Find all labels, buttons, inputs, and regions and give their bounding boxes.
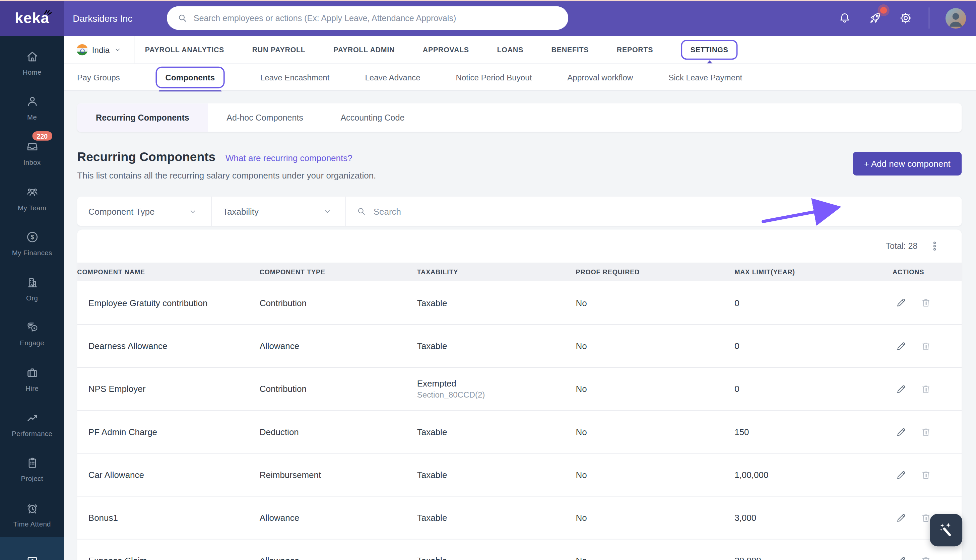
chevron-down-icon: [114, 46, 121, 53]
hire-icon: [25, 365, 40, 380]
nav-item-settings[interactable]: SETTINGS: [681, 40, 738, 60]
rocket-icon[interactable]: [868, 11, 883, 26]
component-type: Contribution: [260, 384, 417, 394]
taxability: Taxable: [417, 556, 576, 560]
taxability: Taxable: [417, 470, 576, 480]
delete-icon[interactable]: [920, 469, 932, 481]
column-actions: ACTIONS: [893, 268, 962, 276]
edit-icon[interactable]: [895, 469, 907, 481]
sidebar-item-label: Me: [27, 113, 37, 121]
tab-ad-hoc-components[interactable]: Ad-hoc Components: [208, 103, 322, 132]
tab-recurring-components[interactable]: Recurring Components: [77, 103, 208, 132]
component-type: Allowance: [260, 556, 417, 560]
nav-item-reports[interactable]: REPORTS: [617, 41, 653, 58]
delete-icon[interactable]: [920, 297, 932, 308]
settings-subnav: Pay GroupsComponentsLeave EncashmentLeav…: [64, 63, 976, 91]
edit-icon[interactable]: [895, 426, 907, 438]
payroll-icon: [25, 554, 40, 560]
nav-item-approvals[interactable]: APPROVALS: [423, 41, 469, 58]
subnav-item-leave-encashment[interactable]: Leave Encashment: [260, 68, 330, 87]
gear-icon[interactable]: [899, 11, 913, 25]
row-actions: [893, 297, 962, 308]
page-heading: Recurring ComponentsWhat are recurring c…: [64, 132, 976, 197]
total-count: Total: 28: [886, 242, 918, 251]
table-row-pf-admin-charge: PF Admin Charge Deduction Taxable No 150: [77, 410, 962, 453]
keka-logo[interactable]: keka: [0, 0, 64, 36]
global-search-input[interactable]: [194, 13, 559, 23]
taxability-filter-label: Taxability: [223, 206, 259, 217]
component-name: Dearness Allowance: [77, 341, 259, 351]
delete-icon[interactable]: [920, 555, 932, 560]
sidebar-item-label: My Team: [18, 204, 46, 211]
table-body: Employee Gratuity contribution Contribut…: [77, 281, 962, 560]
kebab-menu-icon[interactable]: [928, 239, 942, 253]
sidebar-item-home[interactable]: Home: [0, 40, 64, 85]
sidebar-item-payroll[interactable]: [0, 537, 64, 560]
subnav-item-pay-groups[interactable]: Pay Groups: [77, 68, 120, 87]
nav-item-payroll-admin[interactable]: PAYROLL ADMIN: [334, 41, 395, 58]
bell-icon[interactable]: [838, 11, 852, 25]
edit-icon[interactable]: [895, 555, 907, 560]
sidebar-item-engage[interactable]: Engage: [0, 311, 64, 356]
edit-icon[interactable]: [895, 297, 907, 308]
sidebar-item-performance[interactable]: Performance: [0, 401, 64, 447]
table-row-dearness-allowance: Dearness Allowance Allowance Taxable No …: [77, 324, 962, 367]
sidebar-item-me[interactable]: Me: [0, 85, 64, 130]
nav-item-benefits[interactable]: BENEFITS: [552, 41, 589, 58]
chevron-down-icon: [323, 207, 332, 216]
topbar: keka Darksiders Inc: [0, 0, 976, 36]
row-actions: [893, 340, 962, 352]
tab-accounting-code[interactable]: Accounting Code: [322, 103, 423, 132]
sidebar-item-my-finances[interactable]: My Finances: [0, 220, 64, 266]
subnav-item-sick-leave-payment[interactable]: Sick Leave Payment: [668, 68, 742, 87]
legal-entity-selector[interactable]: India: [64, 36, 134, 63]
component-type-filter[interactable]: Component Type: [77, 197, 212, 226]
subnav-item-leave-advance[interactable]: Leave Advance: [365, 68, 420, 87]
module-nav: India PAYROLL ANALYTICSRUN PAYROLLPAYROL…: [64, 36, 976, 63]
table-row-employee-gratuity-contribution: Employee Gratuity contribution Contribut…: [77, 281, 962, 324]
sidebar-item-inbox[interactable]: 220 Inbox: [0, 130, 64, 175]
sidebar-item-hire[interactable]: Hire: [0, 356, 64, 401]
global-search[interactable]: [167, 7, 568, 30]
sidebar-item-org[interactable]: Org: [0, 266, 64, 311]
edit-icon[interactable]: [895, 512, 907, 523]
screenshot-top-edge: [0, 0, 976, 1]
max-limit: 150: [734, 427, 893, 437]
edit-icon[interactable]: [895, 383, 907, 395]
home-icon: [25, 49, 40, 64]
component-name: Expense Claim: [77, 556, 259, 560]
logo-spark-icon: [43, 6, 53, 16]
table-toolbar: Total: 28: [77, 230, 962, 263]
delete-icon[interactable]: [920, 340, 932, 352]
max-limit: 0: [734, 384, 893, 394]
proof-required: No: [576, 298, 734, 308]
subnav-item-components[interactable]: Components: [155, 66, 225, 88]
avatar[interactable]: [946, 8, 966, 28]
taxability-filter[interactable]: Taxability: [212, 197, 346, 226]
sidebar-item-my-team[interactable]: My Team: [0, 175, 64, 220]
taxability: Taxable: [417, 298, 576, 308]
nav-item-loans[interactable]: LOANS: [497, 41, 523, 58]
page-title: Recurring Components: [77, 150, 215, 164]
proof-required: No: [576, 556, 734, 560]
magic-wand-button[interactable]: [930, 514, 963, 547]
app-window: keka Darksiders Inc Home Me: [0, 0, 976, 560]
subnav-item-approval-workflow[interactable]: Approval workflow: [567, 68, 633, 87]
sidebar-item-project[interactable]: Project: [0, 447, 64, 492]
sidebar-item-label: Org: [26, 294, 38, 302]
table-search[interactable]: [346, 197, 962, 226]
delete-icon[interactable]: [920, 426, 932, 438]
column-component-name: COMPONENT NAME: [77, 268, 259, 276]
nav-item-run-payroll[interactable]: RUN PAYROLL: [252, 41, 305, 58]
subnav-item-notice-period-buyout[interactable]: Notice Period Buyout: [455, 68, 532, 87]
sidebar-item-time-attend[interactable]: Time Attend: [0, 492, 64, 537]
team-icon: [25, 185, 40, 200]
edit-icon[interactable]: [895, 340, 907, 352]
add-new-component-button[interactable]: + Add new component: [853, 152, 962, 175]
nav-item-payroll-analytics[interactable]: PAYROLL ANALYTICS: [145, 41, 224, 58]
help-link[interactable]: What are recurring components?: [225, 153, 352, 163]
delete-icon[interactable]: [920, 383, 932, 395]
nav-items: PAYROLL ANALYTICSRUN PAYROLLPAYROLL ADMI…: [145, 40, 738, 60]
table-search-input[interactable]: [374, 206, 952, 217]
components-tabs: Recurring ComponentsAd-hoc ComponentsAcc…: [77, 103, 962, 132]
